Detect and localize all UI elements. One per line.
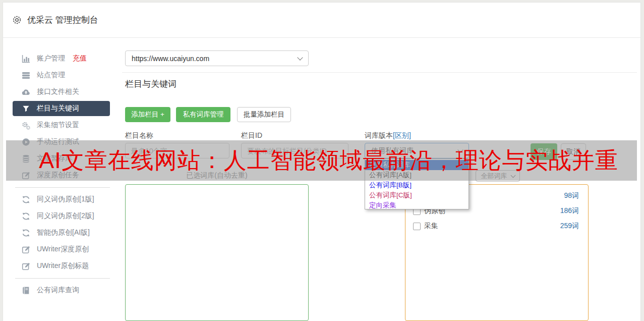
- dropdown-option-public-b[interactable]: 公有词库[B版]: [365, 180, 469, 190]
- lexicon-row: 采集 259词: [413, 221, 579, 231]
- sidebar-item-sites[interactable]: 站点管理: [13, 68, 110, 83]
- sidebar-item-smart-ai[interactable]: 智能伪原创[AI版]: [13, 225, 110, 240]
- funnel-icon: [22, 104, 30, 113]
- word-count-link[interactable]: 186词: [560, 206, 579, 216]
- word-count-link[interactable]: 259词: [560, 222, 579, 231]
- lexicon-version-label: 词库版本[区别]: [365, 131, 411, 140]
- lexicon-version-text: 词库版本: [365, 131, 393, 139]
- sidebar-item-uwriter-title[interactable]: UWriter原创标题: [13, 258, 110, 274]
- gear-icon: [12, 15, 22, 25]
- cloud-upload-icon: [22, 88, 30, 96]
- sidebar-item-label: 智能伪原创[AI版]: [37, 228, 90, 237]
- bar-chart-icon: [22, 55, 30, 63]
- collect-checkbox[interactable]: [413, 223, 421, 230]
- page-title: 栏目与关键词: [125, 78, 177, 90]
- sidebar-item-columns-keywords[interactable]: 栏目与关键词: [13, 101, 110, 116]
- app-title: 优采云 管理控制台: [27, 14, 98, 26]
- refresh-icon: [22, 229, 30, 237]
- dropdown-option-public-c[interactable]: 公有词库[C版]: [365, 190, 469, 200]
- sidebar-item-label: 采集细节设置: [37, 121, 79, 130]
- sidebar-item-label: 同义词伪原创[1版]: [37, 195, 94, 204]
- sidebar-divider: [15, 187, 110, 188]
- sidebar-item-uwriter-deep[interactable]: UWriter深度原创: [13, 242, 110, 257]
- site-select-value: https://www.ucaiyun.com: [132, 55, 209, 63]
- sidebar-item-public-lexicon-query[interactable]: 公有词库查询: [13, 283, 110, 298]
- sidebar-item-label: 接口文件相关: [37, 87, 79, 96]
- sidebar-item-label: 站点管理: [37, 71, 65, 80]
- column-id-label: 栏目ID: [241, 131, 262, 140]
- gears-icon: [22, 121, 30, 130]
- recharge-link[interactable]: 充值: [73, 54, 87, 63]
- sidebar-item-label: UWriter深度原创: [37, 245, 89, 254]
- edit-icon: [22, 262, 30, 271]
- sidebar-item-interface-files[interactable]: 接口文件相关: [13, 84, 110, 99]
- sidebar-item-collect-settings[interactable]: 采集细节设置: [13, 118, 110, 133]
- sidebar-item-label: UWriter原创标题: [37, 261, 89, 271]
- sidebar-item-account[interactable]: 账户管理 充值: [13, 51, 110, 66]
- ad-banner-overlay: AI文章在线网站：人工智能领域最前沿，理论与实战并重: [6, 140, 637, 181]
- sidebar-item-label: 栏目与关键词: [37, 104, 79, 113]
- book-icon: [22, 286, 30, 295]
- site-select[interactable]: https://www.ucaiyun.com: [125, 50, 309, 66]
- word-count-link[interactable]: 98词: [564, 191, 579, 200]
- private-lexicon-button[interactable]: 私有词库管理: [176, 107, 230, 122]
- sidebar-item-label: 账户管理: [37, 54, 65, 63]
- section-divider: [122, 72, 637, 73]
- lexicon-row-label: 采集: [424, 222, 438, 231]
- dropdown-option-directed-collect[interactable]: 定向采集: [365, 200, 469, 210]
- selected-lexicon-box: [125, 184, 309, 321]
- chevron-down-icon: [297, 55, 303, 60]
- sidebar-item-synonym-v2[interactable]: 同义词伪原创[2版]: [13, 208, 110, 224]
- refresh-icon: [22, 195, 30, 204]
- sidebar-divider: [15, 278, 110, 279]
- sidebar-item-label: 公有词库查询: [37, 286, 79, 295]
- refresh-icon: [22, 212, 30, 221]
- edit-icon: [22, 245, 30, 254]
- sidebar-item-label: 同义词伪原创[2版]: [37, 211, 94, 221]
- batch-add-button[interactable]: 批量添加栏目: [237, 107, 291, 122]
- app-header: 优采云 管理控制台: [3, 3, 640, 38]
- ad-banner-text: AI文章在线网站：人工智能领域最前沿，理论与实战并重: [25, 145, 618, 176]
- add-column-button[interactable]: 添加栏目 +: [125, 107, 170, 122]
- column-name-label: 栏目名称: [125, 131, 153, 140]
- sidebar-item-synonym-v1[interactable]: 同义词伪原创[1版]: [13, 192, 110, 207]
- lexicon-difference-link[interactable]: [区别]: [393, 131, 411, 139]
- server-icon: [22, 71, 30, 80]
